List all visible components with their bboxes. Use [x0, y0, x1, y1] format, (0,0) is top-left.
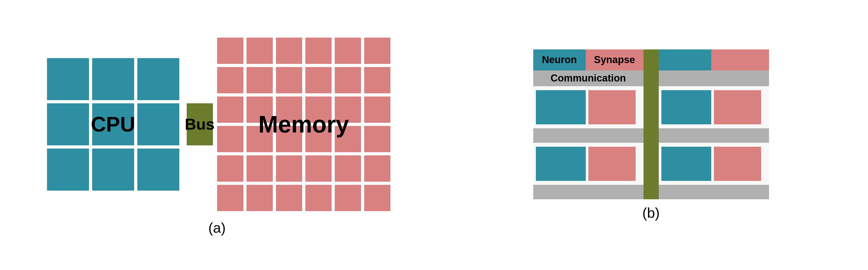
legend-row: Neuron Synapse [533, 49, 644, 71]
mem-cell-10 [305, 67, 332, 93]
bus-block: Bus [187, 103, 213, 145]
legend-neuron-label: Neuron [542, 54, 577, 65]
diagram-a-content: CPU Bus [41, 34, 394, 214]
mem-cell-20 [247, 126, 273, 152]
mem-cell-31 [217, 185, 243, 211]
right-comm-bar-2 [659, 128, 769, 143]
mem-cell-9 [276, 67, 302, 93]
mem-cell-17 [335, 97, 361, 123]
mem-cell-11 [335, 67, 361, 93]
mem-cell-21 [276, 126, 302, 152]
mem-cell-19 [217, 126, 243, 152]
memory-wrapper: Memory [214, 34, 394, 214]
cpu-label: CPU [91, 112, 135, 136]
neuro-full: Neuron Synapse Communication [533, 49, 769, 199]
mem-cell-18 [364, 97, 391, 123]
mem-cell-16 [305, 97, 332, 123]
cpu-cell-8 [92, 148, 134, 191]
cpu-cell-1 [47, 58, 89, 100]
right-legend-pink [711, 49, 769, 71]
diagram-a-caption: (a) [209, 219, 226, 236]
mem-cell-33 [276, 185, 302, 211]
right-legend-blue [659, 49, 711, 71]
chip-neuron-2 [536, 147, 586, 181]
diagram-b-inner: Neuron Synapse Communication [533, 49, 769, 221]
right-chip-neuron-1 [661, 90, 711, 124]
comm-bar-legend: Communication [533, 71, 644, 86]
mem-cell-4 [305, 37, 332, 64]
mem-cell-24 [364, 126, 391, 152]
legend-neuron-cell: Neuron [533, 49, 586, 71]
cpu-label-cell: CPU [92, 103, 134, 145]
mem-cell-36 [364, 185, 391, 211]
chip-row-1 [533, 86, 644, 128]
legend-synapse-cell: Synapse [586, 49, 644, 71]
right-chip-row-1 [659, 86, 769, 128]
cpu-cell-3 [137, 58, 179, 100]
mem-cell-25 [217, 155, 243, 182]
mem-cell-27 [276, 155, 302, 182]
cpu-cell-9 [137, 148, 179, 191]
green-vbus [644, 49, 659, 199]
mem-cell-7 [217, 67, 243, 93]
chip-synapse-1 [588, 90, 636, 124]
mem-cell-26 [247, 155, 273, 182]
mem-cell-13 [217, 97, 243, 123]
diagram-b: Neuron Synapse Communication [434, 0, 868, 270]
mem-cell-30 [364, 155, 391, 182]
neuro-right-panel [659, 49, 769, 199]
mem-cell-6 [364, 37, 391, 64]
chip-neuron-1 [536, 90, 586, 124]
comm-label: Communication [551, 73, 626, 84]
diagram-a: CPU Bus [0, 0, 434, 270]
mem-cell-29 [335, 155, 361, 182]
comm-bar-3 [533, 185, 644, 199]
mem-cell-14 [247, 97, 273, 123]
main-container: CPU Bus [0, 0, 868, 270]
cpu-cell-4 [47, 103, 89, 145]
mem-cell-1 [217, 37, 243, 64]
bus-label: Bus [185, 115, 215, 133]
mem-cell-12 [364, 67, 391, 93]
mem-cell-2 [247, 37, 273, 64]
mem-cell-35 [335, 185, 361, 211]
mem-cell-5 [335, 37, 361, 64]
mem-cell-34 [305, 185, 332, 211]
neuro-left-panel: Neuron Synapse Communication [533, 49, 644, 199]
mem-cell-23 [335, 126, 361, 152]
right-chip-neuron-2 [661, 147, 711, 181]
diagram-b-caption: (b) [643, 205, 660, 221]
mem-cell-22 [305, 126, 332, 152]
mem-cell-15 [276, 97, 302, 123]
cpu-cell-6 [137, 103, 179, 145]
memory-grid [214, 34, 394, 214]
right-chip-row-2 [659, 143, 769, 185]
cpu-cell-2 [92, 58, 134, 100]
comm-bar-2 [533, 128, 644, 143]
right-comm-bar-3 [659, 185, 769, 199]
mem-cell-3 [276, 37, 302, 64]
cpu-grid: CPU [41, 52, 186, 197]
right-legend-row [659, 49, 769, 71]
mem-cell-32 [247, 185, 273, 211]
cpu-cell-7 [47, 148, 89, 191]
mem-cell-28 [305, 155, 332, 182]
mem-cell-8 [247, 67, 273, 93]
right-chip-synapse-2 [714, 147, 761, 181]
right-chip-synapse-1 [714, 90, 761, 124]
legend-synapse-label: Synapse [594, 54, 635, 65]
chip-synapse-2 [588, 147, 636, 181]
chip-row-2 [533, 143, 644, 185]
right-comm-bar-1 [659, 71, 769, 86]
